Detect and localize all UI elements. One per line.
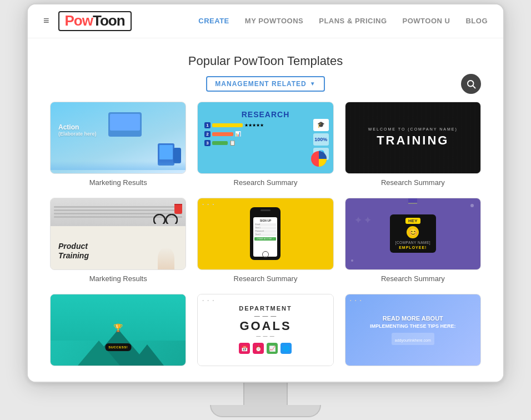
card-6-dot-2: [351, 259, 353, 262]
hamburger-icon[interactable]: ≡: [43, 15, 49, 27]
card-2-edu-icon: 🎓: [313, 119, 329, 131]
nav-links: CREATE MY POWTOONS PLANS & PRICING POWTO…: [198, 17, 488, 25]
card-label-2: Research Summary: [234, 178, 298, 187]
filter-button[interactable]: MANAGEMENT RELATED ▼: [206, 76, 324, 92]
card-2-rows: 1 ★★★★★ 2 📊 3: [204, 122, 305, 146]
card-4-line2: Training: [58, 251, 89, 261]
card-2-100: 100%: [313, 133, 329, 146]
card-3-content: WELCOME TO (COMPANY NAME) TRAINING: [345, 102, 480, 173]
nav-link-blog[interactable]: BLOG: [465, 17, 488, 25]
card-thumb-8: DEPARTMENT — — — GOALS — — — 📅 ⏰ 📈 🌐: [197, 294, 333, 366]
card-8-icon-3: 📈: [267, 343, 278, 354]
card-thumb-3: WELCOME TO (COMPANY NAME) TRAINING: [345, 102, 481, 174]
main-content: Popular PowToon Templates MANAGEMENT REL…: [28, 38, 503, 382]
card-thumb-4: Product Training: [50, 198, 186, 270]
card-7-mountain-right: [131, 344, 164, 366]
card-7-person: 🏆: [113, 323, 123, 332]
card-2-star: ★★★★★: [244, 123, 264, 128]
card-1-monitor: [108, 112, 142, 137]
card-8-goals: GOALS: [239, 320, 291, 332]
card-4-key-row-2: [54, 209, 182, 211]
card-6-dot-1: [470, 204, 474, 207]
template-card-6[interactable]: ✦ ✦ HEY 😊 [COMPANY NAME] EMPLOYEE!: [345, 198, 481, 283]
template-card-9[interactable]: READ MORE ABOUT IMPLEMENTING THESE TIPS …: [345, 294, 481, 371]
logo-toon: Toon: [93, 12, 125, 29]
card-5-field-text2: Text 2: [254, 233, 276, 236]
card-6-company-label: [COMPANY NAME]: [395, 241, 430, 244]
card-4-glasses: [153, 214, 178, 226]
card-4-line1: Product: [58, 242, 89, 251]
template-card-8[interactable]: DEPARTMENT — — — GOALS — — — 📅 ⏰ 📈 🌐: [197, 294, 333, 371]
card-2-num-1: 1: [204, 122, 210, 128]
template-card-1[interactable]: Action (Elaborate here) Marketing Result…: [50, 102, 186, 187]
card-5-content: SIGN UP Email Text 1 Password Text 2 CRE…: [198, 198, 333, 269]
card-9-main-title: READ MORE ABOUT: [383, 314, 443, 322]
card-3-main-title: TRAINING: [377, 133, 449, 148]
monitor-stand-base: [210, 405, 321, 417]
card-label-1: Marketing Results: [89, 178, 147, 187]
card-2-title: RESEARCH: [242, 110, 290, 119]
card-7-badge: SUCCESS!: [105, 343, 131, 351]
card-6-employee-label: EMPLOYEE!: [399, 246, 427, 249]
logo-pow: Pow: [65, 12, 93, 29]
monitor-screen: ≡ PowToon CREATE MY POWTOONS PLANS & PRI…: [27, 3, 504, 383]
card-8-content: DEPARTMENT — — — GOALS — — — 📅 ⏰ 📈 🌐: [198, 294, 333, 366]
card-2-bar-2: [212, 132, 233, 136]
card-8-icon-1: 📅: [239, 343, 250, 354]
card-6-tag-top: [408, 198, 417, 204]
card-7-success-text: SUCCESS!: [108, 346, 128, 349]
card-label-4: Marketing Results: [89, 274, 147, 283]
card-thumb-2: RESEARCH 1 ★★★★★ 2 📊: [197, 102, 333, 174]
nav-link-plans[interactable]: PLANS & PRICING: [319, 17, 387, 25]
svg-point-4: [166, 214, 177, 224]
nav-logo[interactable]: PowToon: [58, 11, 132, 31]
monitor-wrapper: ≡ PowToon CREATE MY POWTOONS PLANS & PRI…: [27, 3, 504, 417]
card-4-content: Product Training: [51, 198, 186, 269]
card-label-5: Research Summary: [234, 274, 298, 283]
card-5-phone: SIGN UP Email Text 1 Password Text 2 CRE…: [250, 207, 280, 260]
card-2-icon-2: 📊: [235, 131, 241, 137]
card-2-row-1: 1 ★★★★★: [204, 122, 305, 128]
monitor-stand-neck: [243, 383, 288, 405]
card-5-signup-title: SIGN UP: [254, 219, 276, 222]
template-card-7[interactable]: SUCCESS! 🏆: [50, 294, 186, 371]
template-grid: Action (Elaborate here) Marketing Result…: [50, 102, 481, 371]
card-9-content: READ MORE ABOUT IMPLEMENTING THESE TIPS …: [345, 294, 480, 366]
card-5-create-btn: CREATE ACCOUNT ✓: [254, 237, 276, 241]
nav-link-u[interactable]: POWTOON U: [403, 17, 450, 25]
card-2-num-3: 3: [204, 140, 210, 146]
card-thumb-7: SUCCESS! 🏆: [50, 294, 186, 366]
card-thumb-9: READ MORE ABOUT IMPLEMENTING THESE TIPS …: [345, 294, 481, 366]
svg-line-1: [473, 86, 475, 88]
card-2-content: RESEARCH 1 ★★★★★ 2 📊: [198, 102, 333, 173]
nav-link-mypowtoons[interactable]: MY POWTOONS: [245, 17, 303, 25]
card-1-content: Action (Elaborate here): [51, 102, 186, 173]
card-8-dept: DEPARTMENT: [239, 306, 292, 312]
card-5-field-email: Email: [254, 223, 276, 226]
card-9-url: addyourlinkhere.com: [395, 338, 431, 342]
card-4-text: Product Training: [58, 242, 89, 261]
card-8-icons-row: 📅 ⏰ 📈 🌐: [239, 343, 292, 354]
card-label-6: Research Summary: [381, 274, 445, 283]
search-icon: [466, 79, 476, 89]
template-card-2[interactable]: RESEARCH 1 ★★★★★ 2 📊: [197, 102, 333, 187]
card-3-subtitle: WELCOME TO (COMPANY NAME): [368, 127, 458, 131]
card-2-bar-1: [212, 123, 243, 127]
nav-link-create[interactable]: CREATE: [198, 17, 229, 25]
template-card-3[interactable]: WELCOME TO (COMPANY NAME) TRAINING Resea…: [345, 102, 481, 187]
card-8-icon-2: ⏰: [253, 343, 264, 354]
card-6-avatar: 😊: [407, 226, 419, 238]
card-5-home-btn: [262, 251, 269, 258]
filter-label: MANAGEMENT RELATED: [215, 80, 306, 88]
card-thumb-5: SIGN UP Email Text 1 Password Text 2 CRE…: [197, 198, 333, 270]
card-4-hand: [158, 247, 174, 269]
card-2-row-3: 3 📋: [204, 140, 305, 146]
card-2-num-2: 2: [204, 131, 210, 137]
template-card-5[interactable]: SIGN UP Email Text 1 Password Text 2 CRE…: [197, 198, 333, 283]
card-7-content: SUCCESS! 🏆: [51, 294, 186, 366]
search-button[interactable]: [461, 74, 481, 94]
template-card-4[interactable]: Product Training Marketing Results: [50, 198, 186, 283]
svg-point-3: [154, 214, 165, 224]
card-4-key-row-1: [54, 206, 182, 208]
card-5-speaker: [261, 209, 270, 211]
